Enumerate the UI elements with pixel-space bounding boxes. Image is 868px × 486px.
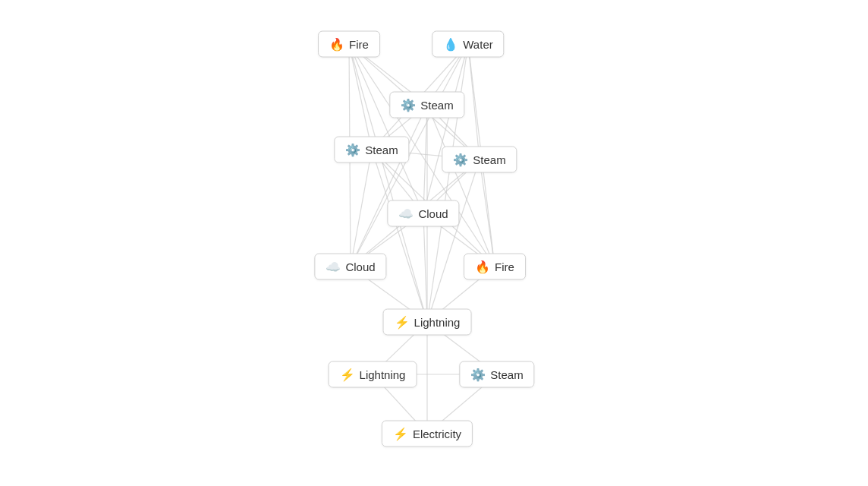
node-steam3[interactable]: ⚙️Steam — [442, 147, 517, 173]
node-label-steam3: Steam — [473, 153, 505, 166]
svg-line-17 — [351, 105, 427, 267]
node-steam2[interactable]: ⚙️Steam — [334, 137, 409, 163]
node-label-lightning2: Lightning — [360, 368, 406, 381]
node-water1[interactable]: 💧Water — [432, 31, 504, 58]
node-icon-lightning2: ⚡ — [340, 368, 355, 382]
node-icon-fire1: 🔥 — [329, 37, 344, 52]
node-label-fire2: Fire — [495, 260, 514, 273]
node-fire2[interactable]: 🔥Fire — [464, 254, 526, 280]
edge-layer — [0, 0, 868, 486]
node-icon-lightning1: ⚡ — [395, 315, 410, 330]
node-icon-steam4: ⚙️ — [470, 368, 486, 382]
node-label-steam4: Steam — [490, 368, 523, 381]
node-electricity1[interactable]: ⚡Electricity — [382, 421, 473, 447]
node-icon-cloud1: ☁️ — [398, 207, 414, 221]
node-fire1[interactable]: 🔥Fire — [318, 31, 380, 58]
node-steam4[interactable]: ⚙️Steam — [459, 361, 534, 388]
node-icon-steam3: ⚙️ — [453, 153, 468, 167]
node-icon-fire2: 🔥 — [475, 260, 490, 274]
node-icon-water1: 💧 — [443, 37, 458, 52]
svg-line-6 — [349, 44, 427, 322]
node-label-lightning1: Lightning — [414, 316, 461, 329]
node-icon-cloud2: ☁️ — [326, 260, 341, 274]
node-cloud2[interactable]: ☁️Cloud — [314, 254, 386, 280]
svg-line-22 — [351, 150, 372, 267]
node-label-water1: Water — [463, 38, 492, 51]
svg-line-3 — [349, 44, 423, 213]
node-steam1[interactable]: ⚙️Steam — [389, 92, 464, 118]
svg-line-24 — [372, 150, 427, 322]
svg-line-13 — [427, 44, 468, 322]
svg-line-31 — [423, 213, 427, 322]
svg-line-27 — [480, 159, 495, 267]
svg-line-28 — [427, 159, 480, 322]
svg-line-9 — [468, 44, 480, 159]
node-icon-steam1: ⚙️ — [401, 98, 416, 112]
node-lightning1[interactable]: ⚡Lightning — [383, 309, 472, 336]
node-label-steam1: Steam — [420, 99, 453, 112]
node-label-cloud1: Cloud — [418, 207, 448, 220]
svg-line-1 — [349, 44, 372, 150]
node-label-fire1: Fire — [349, 38, 369, 51]
node-label-steam2: Steam — [365, 144, 398, 156]
svg-line-10 — [423, 44, 468, 213]
node-lightning2[interactable]: ⚡Lightning — [329, 361, 417, 388]
node-label-electricity1: Electricity — [413, 428, 461, 440]
node-cloud1[interactable]: ☁️Cloud — [387, 200, 459, 227]
graph-container: 🔥Fire💧Water⚙️Steam⚙️Steam⚙️Steam☁️Cloud☁… — [0, 0, 868, 486]
svg-line-16 — [423, 105, 427, 213]
svg-line-18 — [427, 105, 495, 267]
node-icon-steam2: ⚙️ — [345, 143, 360, 157]
node-label-cloud2: Cloud — [345, 260, 375, 273]
node-icon-electricity1: ⚡ — [393, 427, 408, 441]
